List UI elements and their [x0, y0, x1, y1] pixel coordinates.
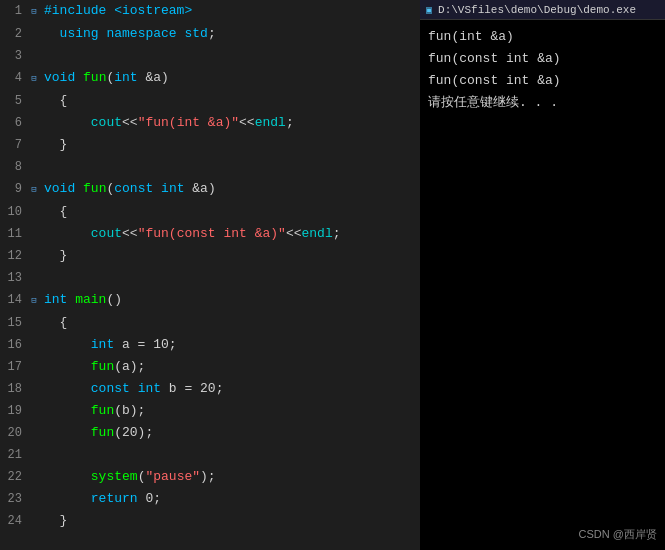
code-content: {	[40, 201, 67, 223]
line-number: 4	[0, 67, 28, 89]
code-line: 15 {	[0, 312, 420, 334]
line-number: 1	[0, 0, 28, 22]
fold-indicator: ⊟	[28, 179, 40, 201]
watermark: CSDN @西岸贤	[579, 527, 657, 542]
line-number: 9	[0, 178, 28, 200]
main-container: 1⊟#include <iostream>2 using namespace s…	[0, 0, 665, 550]
line-number: 16	[0, 334, 28, 356]
code-content: system("pause");	[40, 466, 216, 488]
fold-indicator: ⊟	[28, 290, 40, 312]
line-number: 10	[0, 201, 28, 223]
code-content: fun(20);	[40, 422, 153, 444]
code-content: void fun(int &a)	[40, 67, 169, 89]
code-content: {	[40, 90, 67, 112]
code-line: 10 {	[0, 201, 420, 223]
terminal-output-line: fun(const int &a)	[428, 48, 657, 70]
terminal-output-line: 请按任意键继续. . .	[428, 92, 657, 114]
line-number: 20	[0, 422, 28, 444]
code-line: 8	[0, 156, 420, 178]
code-content: void fun(const int &a)	[40, 178, 216, 200]
code-content: fun(a);	[40, 356, 145, 378]
code-line: 6 cout<<"fun(int &a)"<<endl;	[0, 112, 420, 134]
code-line: 7 }	[0, 134, 420, 156]
code-line: 14⊟int main()	[0, 289, 420, 312]
code-content: using namespace std;	[40, 23, 216, 45]
code-content: }	[40, 245, 67, 267]
code-content: cout<<"fun(const int &a)"<<endl;	[40, 223, 341, 245]
line-number: 11	[0, 223, 28, 245]
code-line: 23 return 0;	[0, 488, 420, 510]
terminal-title: D:\VSfiles\demo\Debug\demo.exe	[438, 4, 636, 16]
line-number: 18	[0, 378, 28, 400]
terminal-panel: ▣ D:\VSfiles\demo\Debug\demo.exe fun(int…	[420, 0, 665, 550]
code-line: 13	[0, 267, 420, 289]
line-number: 6	[0, 112, 28, 134]
line-number: 8	[0, 156, 28, 178]
code-line: 5 {	[0, 90, 420, 112]
code-editor-panel: 1⊟#include <iostream>2 using namespace s…	[0, 0, 420, 550]
line-number: 21	[0, 444, 28, 466]
line-number: 3	[0, 45, 28, 67]
code-line: 19 fun(b);	[0, 400, 420, 422]
code-line: 21	[0, 444, 420, 466]
code-line: 24 }	[0, 510, 420, 532]
fold-indicator: ⊟	[28, 68, 40, 90]
code-lines: 1⊟#include <iostream>2 using namespace s…	[0, 0, 420, 550]
fold-indicator: ⊟	[28, 1, 40, 23]
terminal-titlebar: ▣ D:\VSfiles\demo\Debug\demo.exe	[420, 0, 665, 20]
code-line: 11 cout<<"fun(const int &a)"<<endl;	[0, 223, 420, 245]
terminal-output-line: fun(const int &a)	[428, 70, 657, 92]
code-content: int a = 10;	[40, 334, 177, 356]
code-line: 22 system("pause");	[0, 466, 420, 488]
code-line: 1⊟#include <iostream>	[0, 0, 420, 23]
code-line: 2 using namespace std;	[0, 23, 420, 45]
code-line: 3	[0, 45, 420, 67]
line-number: 2	[0, 23, 28, 45]
terminal-output-line: fun(int &a)	[428, 26, 657, 48]
line-number: 24	[0, 510, 28, 532]
line-number: 22	[0, 466, 28, 488]
line-number: 12	[0, 245, 28, 267]
line-number: 23	[0, 488, 28, 510]
code-content: }	[40, 134, 67, 156]
terminal-icon: ▣	[426, 4, 432, 16]
line-number: 19	[0, 400, 28, 422]
code-line: 17 fun(a);	[0, 356, 420, 378]
line-number: 14	[0, 289, 28, 311]
code-line: 12 }	[0, 245, 420, 267]
terminal-content: fun(int &a)fun(const int &a)fun(const in…	[420, 20, 665, 550]
code-line: 18 const int b = 20;	[0, 378, 420, 400]
line-number: 17	[0, 356, 28, 378]
code-content: cout<<"fun(int &a)"<<endl;	[40, 112, 294, 134]
line-number: 13	[0, 267, 28, 289]
line-number: 5	[0, 90, 28, 112]
code-content: return 0;	[40, 488, 161, 510]
code-content: int main()	[40, 289, 122, 311]
code-line: 9⊟void fun(const int &a)	[0, 178, 420, 201]
code-content: #include <iostream>	[40, 0, 192, 22]
code-line: 20 fun(20);	[0, 422, 420, 444]
code-content: {	[40, 312, 67, 334]
line-number: 7	[0, 134, 28, 156]
code-content: }	[40, 510, 67, 532]
line-number: 15	[0, 312, 28, 334]
code-content: const int b = 20;	[40, 378, 223, 400]
code-line: 16 int a = 10;	[0, 334, 420, 356]
code-content: fun(b);	[40, 400, 145, 422]
code-line: 4⊟void fun(int &a)	[0, 67, 420, 90]
